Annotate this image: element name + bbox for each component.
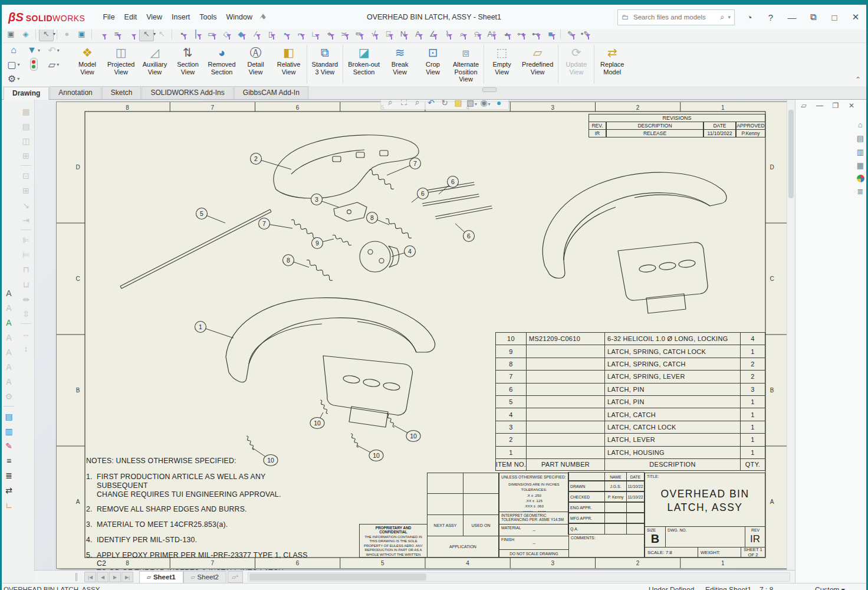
removed-section-button[interactable]: ◕Removed Section — [204, 42, 239, 86]
section-view-button[interactable]: ⇅Section View — [171, 42, 204, 86]
title-block[interactable]: PROPRIETARY AND CONFIDENTIALTHE INFORMAT… — [359, 473, 765, 558]
bom-row[interactable]: 6LATCH, PIN3 — [496, 384, 765, 396]
print-button[interactable]: ▱▾ — [48, 59, 59, 70]
bom-row[interactable]: 7LATCH, SPRING, LEVER2 — [496, 371, 765, 383]
add-sheet-button[interactable]: ▱⁺ — [228, 571, 243, 583]
rebuild-traffic-light-button[interactable] — [30, 58, 38, 71]
line-style-icon[interactable]: ≣ — [2, 468, 15, 483]
tab-gibbscam-add-in[interactable]: GibbsCAM Add-In — [234, 86, 308, 99]
format-painter-note-icon[interactable]: A — [2, 315, 15, 330]
bom-row[interactable]: 2LATCH, LEVER1 — [496, 434, 765, 446]
file-explorer-icon[interactable]: ▥ — [857, 148, 864, 156]
bom-row[interactable]: 9LATCH, SPRING, CATCH LOCK1 — [496, 345, 765, 358]
predefined-view-label: Predefined View — [522, 61, 553, 76]
predefined-view-button[interactable]: ▱Predefined View — [518, 42, 557, 86]
pin-icon[interactable]: ⚑ — [258, 12, 268, 23]
search-box[interactable]: 🗀 ⌕ ▾ — [617, 9, 735, 25]
search-icon[interactable]: ⌕ — [720, 12, 724, 22]
line-color-icon[interactable]: ✎ — [2, 438, 15, 453]
standard-3-view-button[interactable]: ⧉Standard 3 View — [308, 42, 342, 86]
options-gear-button[interactable]: ⚙▾ — [8, 73, 19, 84]
empty-view-button[interactable]: ⬚Empty View — [485, 42, 518, 86]
bom-row[interactable]: 4LATCH, CATCH1 — [496, 408, 765, 421]
alternate-position-view-button[interactable]: ⧈Alternate Position View — [449, 42, 482, 86]
bom-row[interactable]: 10MS21209-C06106-32 HELICOIL 1.0 Ø LONG,… — [496, 333, 765, 345]
doc-minimize[interactable]: — — [815, 101, 824, 110]
menu-view[interactable]: View — [142, 11, 167, 24]
bom-row[interactable]: 8LATCH, SPRING, CATCH2 — [496, 358, 765, 371]
bom-row[interactable]: 5LATCH, PIN1 — [496, 396, 765, 408]
menu-edit[interactable]: Edit — [120, 11, 142, 24]
relative-view-button[interactable]: ◧Relative View — [272, 42, 305, 86]
ribbon-separator — [343, 45, 343, 84]
horizontal-scrollbar-thumb[interactable] — [249, 573, 426, 581]
tab-solidworks-add-ins[interactable]: SOLIDWORKS Add-Ins — [142, 86, 233, 99]
layer-properties-icon[interactable]: ▤ — [2, 409, 15, 424]
menu-tools[interactable]: Tools — [195, 11, 221, 24]
hide-show-edges-icon[interactable]: ⇄ — [2, 483, 15, 497]
note-icon[interactable]: A — [2, 286, 15, 300]
bom-cell: LATCH, HOUSING — [604, 446, 741, 459]
svg-text:6: 6 — [296, 104, 300, 111]
pane-splitter-grip[interactable] — [75, 573, 82, 581]
restore-button[interactable]: ⧉ — [807, 12, 820, 22]
solidworks-resources-icon[interactable]: ⌂ — [858, 120, 863, 129]
model-view-button[interactable]: ❖Model View — [71, 42, 104, 86]
prev-sheet-button[interactable]: ◀ — [97, 572, 108, 582]
design-library-icon[interactable]: ▤ — [857, 134, 864, 143]
bom-cell: LATCH, SPRING, CATCH — [604, 358, 741, 371]
bom-row[interactable]: 1LATCH, HOUSING1 — [496, 447, 765, 459]
next-sheet-button[interactable]: ▶ — [109, 572, 121, 582]
horizontal-scrollbar[interactable] — [248, 572, 790, 582]
projected-view-button[interactable]: ◫Projected View — [104, 42, 138, 86]
menu-file[interactable]: File — [98, 11, 119, 24]
revisions-table[interactable]: REVISIONS REV.DESCRIPTIONDATEAPPROVEDIRR… — [588, 114, 765, 137]
layers-icon[interactable]: ▥ — [2, 424, 15, 438]
appearances-icon[interactable] — [857, 175, 864, 182]
account-icon[interactable]: ◔ — [743, 12, 756, 22]
line-thickness-icon[interactable]: ≡ — [2, 453, 15, 468]
search-caret-icon[interactable]: ▾ — [728, 14, 731, 20]
minimize-button[interactable]: — — [785, 12, 798, 22]
drawing-sheet[interactable]: 8877665544332211DDCCBBAA — [56, 101, 794, 569]
vertical-scrollbar-thumb[interactable] — [788, 110, 794, 198]
new-document-button[interactable]: ▢▾ — [7, 59, 19, 70]
doc-restore[interactable]: ❐ — [831, 101, 840, 110]
help-icon[interactable]: ? — [764, 12, 777, 22]
bom-row[interactable]: 3LATCH, CATCH LOCK1 — [496, 421, 765, 434]
replace-model-button[interactable]: ⇄Replace Model — [596, 42, 629, 86]
vertical-scrollbar[interactable] — [787, 99, 795, 570]
sheet-tab-sheet1[interactable]: ▱Sheet1 — [139, 571, 183, 584]
maximize-button[interactable]: □ — [828, 12, 841, 22]
detail-view-button[interactable]: ⒶDetail View — [239, 42, 272, 86]
splitter-grip[interactable] — [482, 87, 497, 92]
search-input[interactable] — [632, 13, 716, 21]
broken-out-section-button[interactable]: ◪Broken-out Section — [344, 42, 383, 86]
graphics-area[interactable]: 8877665544332211DDCCBBAA — [34, 99, 795, 570]
doc-icon[interactable]: ▱ — [799, 101, 808, 110]
crop-view-button[interactable]: ⊡Crop View — [416, 42, 449, 86]
first-sheet-button[interactable]: |◀ — [84, 572, 96, 582]
menu-window[interactable]: Window — [221, 11, 257, 24]
last-sheet-button[interactable]: ▶| — [121, 572, 133, 582]
section-view-icon: ⇅ — [183, 45, 193, 61]
break-view-button[interactable]: ≋Break View — [383, 42, 416, 86]
bom-table[interactable]: 10MS21209-C06106-32 HELICOIL 1.0 Ø LONG,… — [496, 333, 765, 471]
ribbon-collapse-icon[interactable]: ⌃ — [855, 76, 861, 84]
custom-properties-icon[interactable]: ≣ — [857, 187, 864, 196]
tab-annotation[interactable]: Annotation — [50, 86, 101, 99]
auxiliary-view-button[interactable]: ◿Auxiliary View — [138, 42, 171, 86]
sheet-tab-sheet2[interactable]: ▱Sheet2 — [183, 571, 226, 584]
svg-text:9: 9 — [315, 240, 319, 247]
save-button[interactable]: ▼▾ — [27, 45, 40, 55]
view-palette-icon[interactable]: ▦ — [857, 161, 864, 170]
drawing-notes[interactable]: NOTES: UNLESS OTHERWISE SPECIFIED: 1.FIR… — [86, 457, 317, 570]
home-button[interactable]: ⌂ — [11, 45, 17, 55]
predefined-view-icon: ▱ — [533, 45, 542, 61]
tab-drawing[interactable]: Drawing — [4, 87, 49, 100]
menu-insert[interactable]: Insert — [167, 11, 195, 24]
tab-sketch[interactable]: Sketch — [102, 86, 142, 99]
color-display-mode-icon[interactable]: ∟ — [2, 497, 15, 512]
doc-close[interactable]: ✕ — [847, 101, 856, 110]
close-button[interactable]: ✕ — [849, 12, 862, 22]
